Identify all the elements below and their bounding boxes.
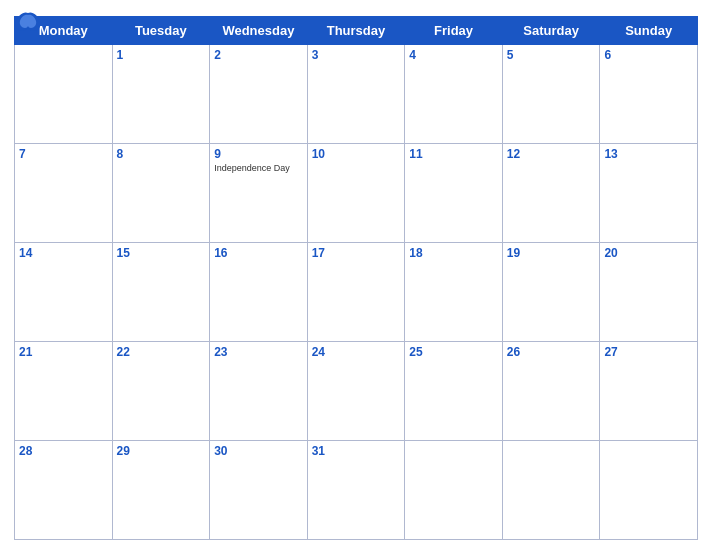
- calendar-week-row: 21222324252627: [15, 342, 698, 441]
- calendar-cell: 25: [405, 342, 503, 441]
- calendar-cell: 15: [112, 243, 210, 342]
- date-number: 16: [214, 246, 303, 260]
- date-number: 27: [604, 345, 693, 359]
- calendar-wrapper: MondayTuesdayWednesdayThursdayFridaySatu…: [0, 0, 712, 550]
- calendar-cell: [405, 441, 503, 540]
- date-number: 8: [117, 147, 206, 161]
- date-number: 9: [214, 147, 303, 161]
- calendar-cell: 29: [112, 441, 210, 540]
- date-number: 3: [312, 48, 401, 62]
- calendar-week-row: 28293031: [15, 441, 698, 540]
- date-number: 22: [117, 345, 206, 359]
- calendar-cell: 1: [112, 45, 210, 144]
- calendar-cell: 4: [405, 45, 503, 144]
- date-number: 11: [409, 147, 498, 161]
- calendar-cell: 7: [15, 144, 113, 243]
- calendar-cell: 3: [307, 45, 405, 144]
- date-number: 13: [604, 147, 693, 161]
- date-number: 7: [19, 147, 108, 161]
- calendar-cell: 2: [210, 45, 308, 144]
- calendar-cell: 8: [112, 144, 210, 243]
- weekday-header-tuesday: Tuesday: [112, 17, 210, 45]
- calendar-cell: 10: [307, 144, 405, 243]
- date-number: 17: [312, 246, 401, 260]
- calendar-cell: 12: [502, 144, 600, 243]
- calendar-cell: 21: [15, 342, 113, 441]
- date-number: 15: [117, 246, 206, 260]
- date-number: 5: [507, 48, 596, 62]
- calendar-cell: 20: [600, 243, 698, 342]
- weekday-header-row: MondayTuesdayWednesdayThursdayFridaySatu…: [15, 17, 698, 45]
- calendar-cell: 16: [210, 243, 308, 342]
- date-number: 6: [604, 48, 693, 62]
- date-number: 30: [214, 444, 303, 458]
- date-number: 23: [214, 345, 303, 359]
- calendar-cell: 13: [600, 144, 698, 243]
- date-number: 14: [19, 246, 108, 260]
- date-number: 25: [409, 345, 498, 359]
- weekday-header-thursday: Thursday: [307, 17, 405, 45]
- date-number: 4: [409, 48, 498, 62]
- holiday-label: Independence Day: [214, 163, 303, 174]
- calendar-cell: 31: [307, 441, 405, 540]
- calendar-cell: 6: [600, 45, 698, 144]
- calendar-cell: 24: [307, 342, 405, 441]
- weekday-header-wednesday: Wednesday: [210, 17, 308, 45]
- calendar-cell: 19: [502, 243, 600, 342]
- calendar-cell: 27: [600, 342, 698, 441]
- calendar-cell: 22: [112, 342, 210, 441]
- date-number: 29: [117, 444, 206, 458]
- calendar-cell: [502, 441, 600, 540]
- date-number: 18: [409, 246, 498, 260]
- calendar-cell: 14: [15, 243, 113, 342]
- logo: [14, 10, 42, 33]
- date-number: 26: [507, 345, 596, 359]
- date-number: 20: [604, 246, 693, 260]
- calendar-cell: 17: [307, 243, 405, 342]
- calendar-cell: 9Independence Day: [210, 144, 308, 243]
- calendar-cell: 26: [502, 342, 600, 441]
- weekday-header-saturday: Saturday: [502, 17, 600, 45]
- calendar-cell: 23: [210, 342, 308, 441]
- calendar-cell: 18: [405, 243, 503, 342]
- calendar-cell: 28: [15, 441, 113, 540]
- date-number: 24: [312, 345, 401, 359]
- logo-bird-icon: [14, 11, 42, 33]
- calendar-week-row: 123456: [15, 45, 698, 144]
- weekday-header-sunday: Sunday: [600, 17, 698, 45]
- date-number: 12: [507, 147, 596, 161]
- date-number: 10: [312, 147, 401, 161]
- calendar-week-row: 789Independence Day10111213: [15, 144, 698, 243]
- calendar-cell: [15, 45, 113, 144]
- date-number: 19: [507, 246, 596, 260]
- calendar-cell: 5: [502, 45, 600, 144]
- calendar-cell: 11: [405, 144, 503, 243]
- date-number: 21: [19, 345, 108, 359]
- calendar-cell: 30: [210, 441, 308, 540]
- date-number: 2: [214, 48, 303, 62]
- date-number: 1: [117, 48, 206, 62]
- calendar-week-row: 14151617181920: [15, 243, 698, 342]
- calendar-table: MondayTuesdayWednesdayThursdayFridaySatu…: [14, 16, 698, 540]
- date-number: 31: [312, 444, 401, 458]
- calendar-cell: [600, 441, 698, 540]
- date-number: 28: [19, 444, 108, 458]
- weekday-header-friday: Friday: [405, 17, 503, 45]
